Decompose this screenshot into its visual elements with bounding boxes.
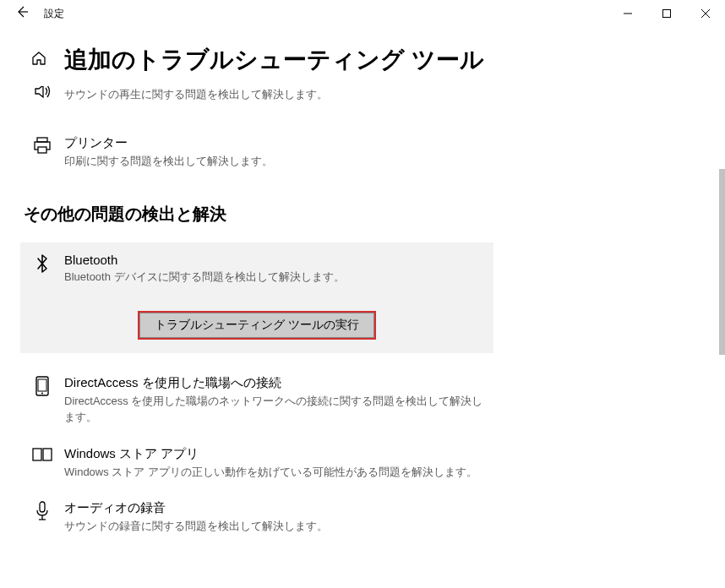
svg-rect-12 [40,502,45,512]
section-title-other: その他の問題の検出と解決 [24,203,705,226]
minimize-button[interactable] [608,0,647,27]
item-desc: Windows ストア アプリの正しい動作を妨げている可能性がある問題を解決しま… [64,464,483,481]
svg-point-9 [41,392,43,394]
svg-rect-11 [43,449,52,460]
maximize-button[interactable] [647,0,686,27]
close-button[interactable] [686,0,725,27]
run-troubleshooter-button[interactable]: トラブルシューティング ツールの実行 [138,311,376,340]
svg-rect-4 [37,138,47,142]
item-desc: サウンドの録音に関する問題を検出して解決します。 [64,518,483,535]
page-title: 追加のトラブルシューティング ツール [64,44,484,76]
troubleshooter-item-directaccess[interactable]: DirectAccess を使用した職場への接続 DirectAccess を使… [20,368,493,434]
window-controls [608,0,725,27]
apps-icon [30,446,54,481]
svg-rect-6 [38,147,46,153]
speaker-icon [30,86,54,103]
svg-rect-1 [663,10,671,18]
microphone-icon [30,500,54,535]
item-desc: 印刷に関する問題を検出して解決します。 [64,153,483,170]
item-desc: DirectAccess を使用した職場のネットワークへの接続に関する問題を検出… [64,393,483,426]
svg-rect-8 [38,379,46,391]
item-title: オーディオの録音 [64,500,483,516]
bluetooth-icon [30,253,54,286]
item-title: Bluetooth [64,253,483,267]
scrollbar-thumb[interactable] [719,169,725,355]
item-title: Windows ストア アプリ [64,446,483,462]
window-title: 設定 [44,7,64,21]
content-area: サウンドの再生に関する問題を検出して解決します。 プリンター 印刷に関する問題を… [0,86,725,585]
phone-icon [30,375,54,426]
home-icon[interactable] [30,50,47,70]
page-header: 追加のトラブルシューティング ツール [0,27,725,86]
item-title: DirectAccess を使用した職場への接続 [64,375,483,391]
item-desc: Bluetooth デバイスに関する問題を検出して解決します。 [64,269,483,286]
titlebar: 設定 [0,0,725,27]
troubleshooter-item-bluetooth-selected[interactable]: Bluetooth Bluetooth デバイスに関する問題を検出して解決します… [20,242,493,353]
printer-icon [30,135,54,170]
item-desc: サウンドの再生に関する問題を検出して解決します。 [64,86,483,103]
troubleshooter-item-store-apps[interactable]: Windows ストア アプリ Windows ストア アプリの正しい動作を妨げ… [20,439,493,489]
troubleshooter-item-sound-playback[interactable]: サウンドの再生に関する問題を検出して解決します。 [20,86,493,112]
troubleshooter-item-audio-recording[interactable]: オーディオの録音 サウンドの録音に関する問題を検出して解決します。 [20,493,493,543]
back-button[interactable] [15,5,29,22]
svg-rect-10 [33,449,41,460]
troubleshooter-item-printer[interactable]: プリンター 印刷に関する問題を検出して解決します。 [20,128,493,178]
item-title: プリンター [64,135,483,151]
